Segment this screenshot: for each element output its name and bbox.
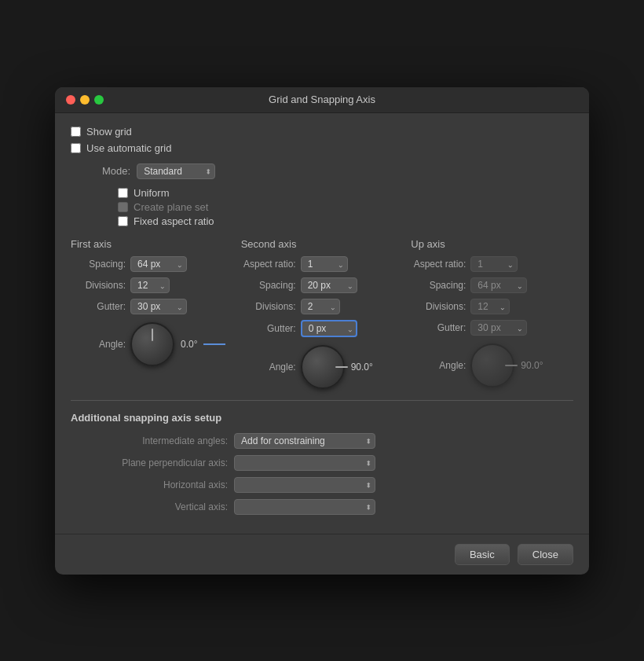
up-divisions-label: Divisions: bbox=[411, 301, 466, 312]
intermediate-angles-select[interactable]: Add for constraining bbox=[234, 433, 375, 449]
up-angle-label: Angle: bbox=[411, 360, 466, 371]
minimize-button[interactable] bbox=[80, 95, 90, 105]
mode-select[interactable]: Standard Isometric Custom bbox=[137, 163, 215, 179]
second-aspect-select-wrapper: 1 bbox=[301, 256, 348, 272]
second-gutter-select[interactable]: 0 px bbox=[301, 320, 357, 337]
up-angle-container: Angle: 90.0° bbox=[411, 343, 565, 387]
show-grid-row: Show grid bbox=[71, 126, 573, 138]
second-aspect-label: Aspect ratio: bbox=[241, 259, 296, 270]
up-divisions-select[interactable]: 12 bbox=[470, 299, 510, 314]
axes-container: First axis Spacing: 64 px Divisions: 12 bbox=[71, 238, 573, 389]
up-gutter-select-wrapper: 30 px bbox=[470, 320, 527, 336]
up-gutter-select[interactable]: 30 px bbox=[470, 320, 527, 336]
second-spacing-select[interactable]: 20 px bbox=[301, 277, 357, 293]
vertical-axis-select[interactable] bbox=[234, 499, 375, 515]
uniform-label: Uniform bbox=[134, 187, 170, 199]
second-divisions-select-wrapper: 2 bbox=[301, 299, 340, 314]
up-gutter-label: Gutter: bbox=[411, 322, 466, 333]
second-angle-value: 90.0° bbox=[351, 362, 373, 373]
first-gutter-select[interactable]: 30 px bbox=[130, 299, 187, 314]
second-divisions-select[interactable]: 2 bbox=[301, 299, 340, 314]
second-aspect-row: Aspect ratio: 1 bbox=[241, 256, 396, 272]
second-angle-label: Angle: bbox=[241, 362, 296, 373]
fixed-aspect-ratio-label: Fixed aspect ratio bbox=[134, 215, 214, 227]
first-gutter-label: Gutter: bbox=[71, 301, 126, 312]
up-spacing-row: Spacing: 64 px bbox=[411, 277, 565, 293]
up-knob-indicator bbox=[505, 365, 518, 366]
maximize-button[interactable] bbox=[94, 95, 104, 105]
first-axis-section: First axis Spacing: 64 px Divisions: 12 bbox=[71, 238, 233, 389]
horizontal-axis-row: Horizontal axis: bbox=[71, 477, 573, 493]
second-knob-indicator bbox=[335, 366, 348, 368]
up-aspect-select-wrapper: 1 bbox=[470, 256, 518, 272]
second-divisions-label: Divisions: bbox=[241, 301, 296, 312]
second-gutter-label: Gutter: bbox=[241, 323, 296, 334]
horizontal-axis-select-wrapper bbox=[234, 477, 375, 493]
indent-options: Uniform Create plane set Fixed aspect ra… bbox=[118, 187, 573, 227]
first-divisions-label: Divisions: bbox=[71, 280, 126, 291]
first-divisions-select[interactable]: 12 bbox=[130, 277, 170, 293]
show-grid-checkbox[interactable] bbox=[71, 127, 81, 137]
mode-label: Mode: bbox=[102, 165, 130, 177]
first-axis-title: First axis bbox=[71, 238, 225, 250]
first-gutter-select-wrapper: 30 px bbox=[130, 299, 187, 314]
second-spacing-row: Spacing: 20 px bbox=[241, 277, 396, 293]
up-axis-title: Up axis bbox=[411, 238, 565, 250]
second-angle-knob[interactable] bbox=[301, 345, 345, 389]
dialog-content: Show grid Use automatic grid Mode: Stand… bbox=[55, 113, 589, 534]
up-aspect-select[interactable]: 1 bbox=[470, 256, 518, 272]
vertical-axis-label: Vertical axis: bbox=[71, 501, 228, 512]
intermediate-angles-select-wrapper: Add for constraining bbox=[234, 433, 375, 449]
use-automatic-grid-checkbox[interactable] bbox=[71, 143, 81, 153]
up-divisions-row: Divisions: 12 bbox=[411, 299, 565, 314]
intermediate-angles-row: Intermediate angles: Add for constrainin… bbox=[71, 433, 573, 449]
first-spacing-row: Spacing: 64 px bbox=[71, 256, 225, 272]
first-spacing-label: Spacing: bbox=[71, 259, 126, 270]
use-automatic-grid-row: Use automatic grid bbox=[71, 142, 573, 154]
second-aspect-select[interactable]: 1 bbox=[301, 256, 348, 272]
first-angle-value: 0.0° bbox=[181, 339, 197, 350]
first-angle-label: Angle: bbox=[71, 339, 126, 350]
first-angle-knob[interactable] bbox=[130, 322, 174, 366]
horizontal-axis-select[interactable] bbox=[234, 477, 375, 493]
first-spacing-select-wrapper: 64 px bbox=[130, 256, 187, 272]
first-knob-indicator bbox=[152, 329, 153, 341]
up-spacing-select[interactable]: 64 px bbox=[470, 277, 527, 293]
vertical-axis-row: Vertical axis: bbox=[71, 499, 573, 515]
intermediate-angles-label: Intermediate angles: bbox=[71, 435, 228, 446]
traffic-lights bbox=[66, 95, 104, 105]
horizontal-axis-label: Horizontal axis: bbox=[71, 479, 228, 490]
first-gutter-row: Gutter: 30 px bbox=[71, 299, 225, 314]
plane-perpendicular-select-wrapper bbox=[234, 455, 375, 471]
up-angle-knob[interactable] bbox=[470, 343, 514, 387]
additional-setup-title: Additional snapping axis setup bbox=[71, 412, 573, 424]
dialog-footer: Basic Close bbox=[55, 534, 589, 575]
close-button[interactable] bbox=[66, 95, 75, 105]
plane-perpendicular-select[interactable] bbox=[234, 455, 375, 471]
create-plane-set-checkbox[interactable] bbox=[118, 202, 128, 212]
uniform-checkbox[interactable] bbox=[118, 188, 128, 198]
divider bbox=[71, 400, 573, 401]
window-title: Grid and Snapping Axis bbox=[269, 94, 375, 105]
plane-perpendicular-row: Plane perpendicular axis: bbox=[71, 455, 573, 471]
second-gutter-select-wrapper: 0 px bbox=[301, 320, 357, 337]
basic-button[interactable]: Basic bbox=[455, 544, 510, 565]
close-dialog-button[interactable]: Close bbox=[518, 544, 573, 565]
second-axis-section: Second axis Aspect ratio: 1 Spacing: 20 … bbox=[233, 238, 404, 389]
up-spacing-select-wrapper: 64 px bbox=[470, 277, 527, 293]
uniform-row: Uniform bbox=[118, 187, 573, 199]
second-spacing-select-wrapper: 20 px bbox=[301, 277, 357, 293]
vertical-axis-select-wrapper bbox=[234, 499, 375, 515]
show-grid-label: Show grid bbox=[86, 126, 132, 138]
first-angle-line bbox=[203, 343, 225, 345]
up-gutter-row: Gutter: 30 px bbox=[411, 320, 565, 336]
mode-row: Mode: Standard Isometric Custom bbox=[102, 163, 573, 179]
fixed-aspect-ratio-row: Fixed aspect ratio bbox=[118, 215, 573, 227]
up-aspect-label: Aspect ratio: bbox=[411, 259, 466, 270]
fixed-aspect-ratio-checkbox[interactable] bbox=[118, 216, 128, 226]
plane-perpendicular-label: Plane perpendicular axis: bbox=[71, 457, 228, 468]
create-plane-set-label: Create plane set bbox=[134, 201, 208, 213]
first-spacing-select[interactable]: 64 px bbox=[130, 256, 187, 272]
up-axis-section: Up axis Aspect ratio: 1 Spacing: 64 px bbox=[403, 238, 573, 389]
up-aspect-row: Aspect ratio: 1 bbox=[411, 256, 565, 272]
